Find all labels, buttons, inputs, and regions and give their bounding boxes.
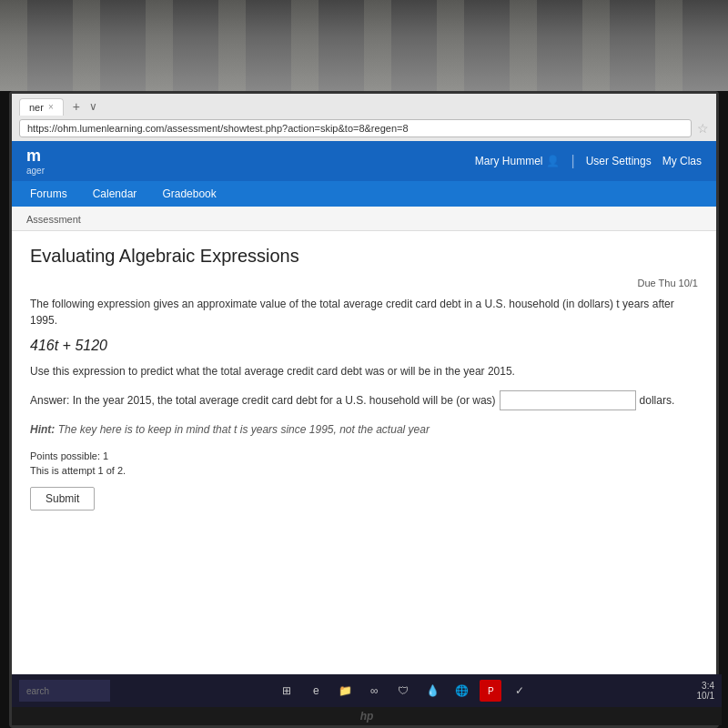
answer-input[interactable] — [500, 390, 636, 410]
answer-row: Answer: In the year 2015, the total aver… — [30, 390, 698, 410]
nav-gradebook[interactable]: Gradebook — [158, 186, 219, 202]
expression-constant: 5120 — [75, 338, 107, 353]
taskbar-icons: ⊞ e 📁 ∞ 🛡 💧 🌐 P ✓ — [116, 680, 692, 702]
answer-suffix: dollars. — [640, 394, 675, 407]
lms-header: m ager Mary Hummel 👤 | User Settings My … — [12, 141, 716, 181]
user-avatar-icon: 👤 — [546, 155, 560, 167]
taskbar-ppt-icon[interactable]: P — [480, 680, 501, 702]
hint-content: The key here is to keep in mind that t i… — [58, 423, 430, 436]
tab-close-button[interactable]: × — [48, 102, 54, 112]
expression: 416t + 5120 — [30, 338, 698, 354]
my-class-link[interactable]: My Clas — [662, 155, 702, 167]
main-content: Evaluating Algebraic Expressions Due Thu… — [12, 231, 716, 674]
due-date: Due Thu 10/1 — [30, 278, 698, 288]
taskbar: ⊞ e 📁 ∞ 🛡 💧 🌐 P ✓ 3:4 10/1 — [12, 674, 722, 707]
new-tab-button[interactable]: + — [67, 97, 86, 116]
instruction-text: Use this expression to predict what the … — [30, 363, 698, 379]
points-info: Points possible: 1 — [30, 450, 698, 461]
attempt-info: This is attempt 1 of 2. — [30, 465, 698, 476]
expression-plus: + — [58, 338, 75, 353]
problem-description: The following expression gives an approx… — [30, 296, 698, 329]
taskbar-shield-icon[interactable]: 🛡 — [392, 680, 414, 702]
taskbar-time-display: 3:4 — [697, 681, 714, 691]
hint-label: Hint: — [30, 423, 55, 436]
header-divider: | — [571, 153, 574, 169]
tab-label: ner — [29, 102, 44, 113]
bookmark-icon[interactable]: ☆ — [697, 121, 709, 136]
taskbar-explorer-icon[interactable]: 📁 — [334, 680, 356, 702]
lms-subtitle: ager — [26, 166, 45, 176]
lms-logo-area: m ager — [26, 147, 45, 176]
screen-bezel: ner × + ∨ https://ohm.lumenlearning.com/… — [9, 91, 719, 728]
hp-logo: hp — [360, 710, 374, 723]
user-name-area: Mary Hummel 👤 — [475, 155, 561, 167]
page-title: Evaluating Algebraic Expressions — [30, 246, 698, 267]
taskbar-date-display: 10/1 — [697, 691, 714, 701]
taskbar-windows-icon[interactable]: ⊞ — [276, 680, 298, 702]
submit-button[interactable]: Submit — [30, 487, 95, 511]
taskbar-check-icon[interactable]: ✓ — [509, 680, 531, 702]
taskbar-clock: 3:4 10/1 — [697, 681, 714, 701]
user-display-name: Mary Hummel — [475, 155, 543, 167]
tab-bar: ner × + ∨ — [19, 97, 709, 116]
taskbar-app1-icon[interactable]: ∞ — [363, 680, 385, 702]
taskbar-edge-icon[interactable]: e — [305, 680, 327, 702]
taskbar-search-input[interactable] — [19, 680, 110, 702]
address-bar-row: https://ohm.lumenlearning.com/assessment… — [19, 119, 709, 137]
nav-bar: Forums Calendar Gradebook — [12, 181, 716, 207]
answer-prefix: Answer: In the year 2015, the total aver… — [30, 394, 496, 407]
bottom-bezel: hp — [12, 707, 722, 725]
breadcrumb: Assessment — [26, 214, 81, 225]
lms-logo: m — [26, 147, 45, 166]
browser-chrome: ner × + ∨ https://ohm.lumenlearning.com/… — [12, 94, 716, 141]
taskbar-chrome-icon[interactable]: 🌐 — [450, 680, 472, 702]
laptop-frame: ner × + ∨ https://ohm.lumenlearning.com/… — [0, 0, 728, 728]
tab-chevron-down[interactable]: ∨ — [89, 100, 97, 113]
taskbar-dropbox-icon[interactable]: 💧 — [421, 680, 443, 702]
nav-calendar[interactable]: Calendar — [89, 186, 141, 202]
lms-user-area: Mary Hummel 👤 | User Settings My Clas — [475, 153, 702, 169]
user-settings-link[interactable]: User Settings — [586, 155, 652, 167]
hint-text: Hint: The key here is to keep in mind th… — [30, 421, 698, 438]
expression-t-term: 416t — [30, 338, 58, 353]
nav-forums[interactable]: Forums — [26, 186, 71, 202]
address-bar[interactable]: https://ohm.lumenlearning.com/assessment… — [19, 119, 692, 137]
breadcrumb-bar: Assessment — [12, 207, 716, 231]
browser-tab[interactable]: ner × — [19, 98, 64, 116]
shelf-background — [0, 0, 728, 91]
